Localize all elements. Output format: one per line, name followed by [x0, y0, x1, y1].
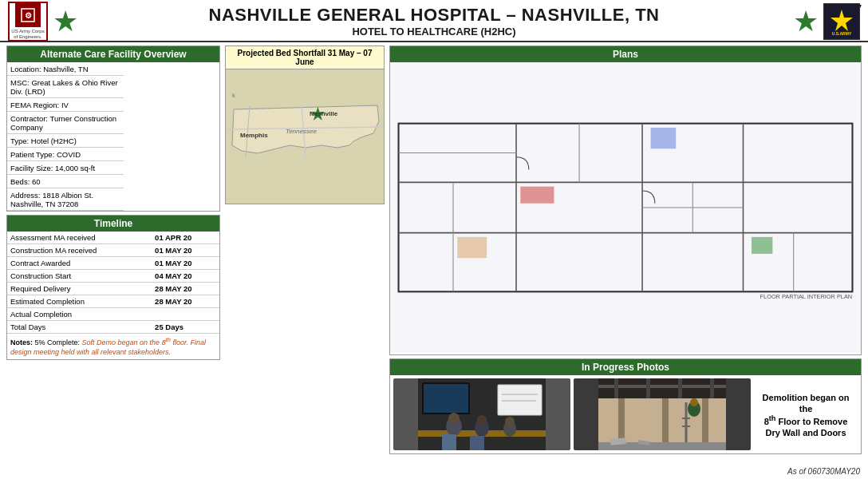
event-cell: Required Delivery	[7, 283, 152, 295]
svg-rect-89	[470, 436, 484, 450]
svg-text:Nashville: Nashville	[310, 110, 338, 117]
date-cell: 04 MAY 20	[152, 270, 219, 283]
event-cell: Total Days	[7, 321, 152, 334]
svg-text:Memphis: Memphis	[240, 132, 268, 139]
field-size: Facility Size: 14,000 sq-ft	[7, 161, 124, 175]
date-cell	[152, 308, 219, 321]
table-row: Location: Nashville, TN	[7, 62, 124, 76]
usarmy-logo: U.S.ARMY	[823, 3, 860, 40]
svg-rect-88	[442, 434, 456, 450]
overview-header: Alternate Care Facility Overview	[7, 46, 219, 62]
event-cell: Construction MA received	[7, 244, 152, 257]
notes-label: Notes:	[10, 338, 33, 346]
table-row: Estimated Completion 28 MAY 20	[7, 295, 219, 308]
field-location: Location: Nashville, TN	[7, 62, 124, 76]
field-fema: FEMA Region: IV	[7, 98, 124, 112]
table-row: Construction Start 04 MAY 20	[7, 270, 219, 283]
timeline-section: Timeline Assessment MA received 01 APR 2…	[6, 215, 220, 360]
shortfall-section: Projected Bed Shortfall 31 May – 07 June…	[225, 46, 385, 204]
usace-logo-icon: ⚙	[15, 3, 41, 28]
field-contractor: Contractor: Turner Construction Company	[7, 112, 124, 134]
field-beds: Beds: 60	[7, 175, 124, 188]
date-cell: 01 APR 20	[152, 232, 219, 244]
svg-rect-70	[520, 187, 554, 204]
as-of-date: As of 060730MAY20	[787, 467, 860, 476]
table-row: Contract Awarded 01 MAY 20	[7, 257, 219, 270]
field-patient: Patient Type: COVID	[7, 148, 124, 161]
table-row: Patient Type: COVID	[7, 148, 124, 161]
svg-rect-95	[678, 378, 682, 398]
svg-text:FLOOR PARTIAL INTERIOR PLAN: FLOOR PARTIAL INTERIOR PLAN	[760, 293, 853, 300]
svg-rect-72	[752, 237, 772, 254]
photos-section: In Progress Photos	[389, 358, 862, 454]
photos-header: In Progress Photos	[390, 359, 861, 375]
svg-rect-71	[651, 128, 677, 148]
svg-rect-78	[498, 385, 542, 415]
table-row: Beds: 60	[7, 175, 124, 188]
table-row: Required Delivery 28 MAY 20	[7, 283, 219, 295]
map-svg: k Memphis ★ Nashville Tennessee	[226, 69, 384, 204]
table-row: MSC: Great Lakes & Ohio River Div. (LRD)	[7, 76, 124, 98]
date-cell: 01 MAY 20	[152, 244, 219, 257]
header: ⚙ US Army Corpsof Engineers. ★ NASHVILLE…	[0, 0, 868, 42]
blueprint-svg: FLOOR PARTIAL INTERIOR PLAN	[390, 62, 861, 353]
photo-caption-container: Demolition began on the 8th Floor to Rem…	[754, 378, 858, 450]
overview-section: Alternate Care Facility Overview Locatio…	[6, 46, 220, 212]
svg-text:⚙: ⚙	[25, 11, 32, 20]
caption-line2: 8th Floor to Remove	[764, 417, 848, 426]
photo-caption: Demolition began on the 8th Floor to Rem…	[754, 389, 858, 441]
table-row: Actual Completion	[7, 308, 219, 321]
svg-rect-73	[457, 237, 487, 258]
date-cell: 01 MAY 20	[152, 257, 219, 270]
date-cell: 28 MAY 20	[152, 283, 219, 295]
usace-text: US Army Corpsof Engineers.	[11, 29, 44, 39]
table-row: Address: 1818 Albion St. Nashville, TN 3…	[7, 188, 124, 211]
svg-rect-58	[399, 124, 853, 292]
table-row: Assessment MA received 01 APR 20	[7, 232, 219, 244]
overview-content: Location: Nashville, TN MSC: Great Lakes…	[7, 62, 219, 211]
svg-rect-94	[646, 378, 650, 398]
event-cell: Actual Completion	[7, 308, 152, 321]
svg-text:U.S.ARMY: U.S.ARMY	[832, 31, 852, 36]
date-cell: 28 MAY 20	[152, 295, 219, 308]
left-column: Alternate Care Facility Overview Locatio…	[6, 46, 220, 454]
svg-point-85	[477, 415, 487, 425]
shortfall-header: Projected Bed Shortfall 31 May – 07 June	[226, 46, 384, 69]
notes-prefix: 5% Complete:	[35, 338, 82, 346]
date-cell: 25 Days	[152, 321, 219, 334]
table-row: Type: Hotel (H2HC)	[7, 134, 124, 148]
middle-column: Projected Bed Shortfall 31 May – 07 June…	[225, 46, 385, 454]
header-logos-right: ★ U.S.ARMY	[793, 3, 860, 40]
main-title: NASHVILLE GENERAL HOSPITAL – NASHVILLE, …	[209, 5, 660, 26]
table-row: Contractor: Turner Construction Company	[7, 112, 124, 134]
svg-point-87	[505, 417, 515, 426]
event-cell: Estimated Completion	[7, 295, 152, 308]
table-row: FEMA Region: IV	[7, 98, 124, 112]
event-cell: Assessment MA received	[7, 232, 152, 244]
svg-point-83	[448, 413, 460, 424]
photo2-svg	[574, 378, 751, 450]
header-logos-left: ⚙ US Army Corpsof Engineers. ★	[8, 2, 78, 42]
table-row: Total Days 25 Days	[7, 321, 219, 334]
usace-logo: ⚙ US Army Corpsof Engineers.	[8, 2, 48, 42]
plans-header: Plans	[390, 46, 861, 62]
map-container: k Memphis ★ Nashville Tennessee	[226, 69, 384, 204]
table-row: Construction MA received 01 MAY 20	[7, 244, 219, 257]
timeline-table: Assessment MA received 01 APR 20 Constru…	[7, 232, 219, 334]
caption-line3: Dry Wall and Doors	[765, 428, 846, 437]
field-type: Type: Hotel (H2HC)	[7, 134, 124, 148]
field-msc: MSC: Great Lakes & Ohio River Div. (LRD)	[7, 76, 124, 98]
table-row: Facility Size: 14,000 sq-ft	[7, 161, 124, 175]
plans-image: FLOOR PARTIAL INTERIOR PLAN	[390, 62, 861, 353]
right-column: Plans	[389, 46, 862, 454]
main-content: Alternate Care Facility Overview Locatio…	[0, 42, 868, 457]
svg-text:Tennessee: Tennessee	[286, 128, 317, 135]
svg-rect-93	[614, 378, 618, 398]
svg-rect-96	[710, 378, 714, 398]
photos-content: Demolition began on the 8th Floor to Rem…	[390, 375, 861, 453]
plans-section: Plans	[389, 46, 862, 355]
photo-2	[574, 378, 751, 450]
star-logo-right: ★	[793, 7, 819, 36]
event-cell: Construction Start	[7, 270, 152, 283]
svg-point-105	[690, 398, 698, 406]
